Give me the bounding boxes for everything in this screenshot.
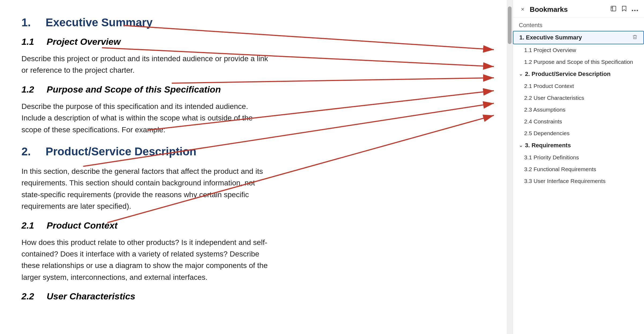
svg-rect-7 — [611, 6, 616, 11]
bookmark-item-3-3[interactable]: 3.3 User Interface Requirements — [513, 175, 644, 187]
heading-2-1-num: 2.1 — [21, 220, 40, 231]
heading-2-title: Product/Service Description — [46, 145, 197, 158]
section-2: 2. Product/Service Description In this s… — [21, 145, 494, 302]
heading-2-2-title: User Characteristics — [47, 291, 135, 302]
bookmark-item-2-1[interactable]: 2.1 Product Context — [513, 80, 644, 92]
heading-1-title: Executive Summary — [46, 16, 153, 29]
document-area: 1. Executive Summary 1.1 Project Overvie… — [0, 0, 513, 334]
bookmark-item-2-label: 2. Product/Service Description — [525, 71, 638, 78]
bookmarks-panel: × Bookmarks — [513, 0, 644, 334]
heading-2: 2. Product/Service Description — [21, 145, 494, 158]
bookmarks-list: 1. Executive Summary 1.1 Project Overvie… — [513, 31, 644, 334]
heading-1-1: 1.1 Project Overview — [21, 36, 494, 47]
bookmarks-contents-label: Contents — [513, 17, 644, 31]
section-1: 1. Executive Summary 1.1 Project Overvie… — [21, 16, 494, 135]
bookmark-item-3[interactable]: ⌄ 3. Requirements — [513, 139, 644, 152]
body-1-2: Describe the purpose of this specificati… — [21, 101, 273, 135]
bookmark-item-2-5-label: 2.5 Dependencies — [524, 130, 638, 137]
bookmark-item-3-2-label: 3.2 Functional Requirements — [524, 166, 638, 172]
bookmark-item-2-1-label: 2.1 Product Context — [524, 83, 638, 89]
heading-2-1: 2.1 Product Context — [21, 220, 494, 231]
bookmark-item-2-3[interactable]: 2.3 Assumptions — [513, 104, 644, 116]
bookmark-icon[interactable] — [621, 5, 627, 13]
bookmark-item-1-1-label: 1.1 Project Overview — [524, 47, 638, 53]
bookmark-item-3-2[interactable]: 3.2 Functional Requirements — [513, 163, 644, 175]
body-2-intro: In this section, describe the general fa… — [21, 166, 273, 212]
close-button[interactable]: × — [519, 5, 527, 14]
bookmarks-header: × Bookmarks — [513, 0, 644, 17]
bookmark-item-3-3-label: 3.3 User Interface Requirements — [524, 178, 638, 184]
bookmark-item-1-2-label: 1.2 Purpose and Scope of this Specificat… — [524, 59, 638, 65]
heading-2-num: 2. — [21, 145, 38, 158]
scrollbar-track[interactable] — [507, 0, 513, 334]
bookmark-item-1-label: 1. Executive Summary — [519, 34, 632, 41]
bookmark-item-2-4[interactable]: 2.4 Constraints — [513, 116, 644, 127]
heading-2-2: 2.2 User Characteristics — [21, 291, 494, 302]
heading-2-2-num: 2.2 — [21, 291, 40, 302]
chevron-down-icon-3: ⌄ — [519, 142, 523, 148]
heading-1-2: 1.2 Purpose and Scope of this Specificat… — [21, 84, 494, 95]
heading-1-2-title: Purpose and Scope of this Specification — [47, 84, 221, 95]
bookmark-item-2-5[interactable]: 2.5 Dependencies — [513, 127, 644, 139]
scrollbar-thumb[interactable] — [508, 6, 512, 44]
heading-1-1-num: 1.1 — [21, 36, 40, 47]
bookmark-page-icon[interactable] — [610, 5, 617, 13]
svg-point-12 — [637, 10, 638, 11]
svg-point-11 — [634, 10, 636, 11]
svg-point-10 — [632, 10, 633, 11]
heading-1-num: 1. — [21, 16, 38, 29]
heading-1-2-num: 1.2 — [21, 84, 40, 95]
bookmark-item-1[interactable]: 1. Executive Summary — [513, 31, 644, 44]
bookmark-item-3-1-label: 3.1 Priority Definitions — [524, 154, 638, 161]
bookmark-delete-icon-1[interactable] — [632, 34, 638, 41]
bookmark-item-2[interactable]: ⌄ 2. Product/Service Description — [513, 68, 644, 80]
bookmarks-title: Bookmarks — [530, 5, 607, 14]
bookmark-item-1-1[interactable]: 1.1 Project Overview — [513, 44, 644, 56]
body-1-1: Describe this project or product and its… — [21, 53, 273, 76]
bookmark-item-1-2[interactable]: 1.2 Purpose and Scope of this Specificat… — [513, 56, 644, 68]
more-options-icon[interactable] — [632, 6, 638, 13]
bookmark-item-3-1[interactable]: 3.1 Priority Definitions — [513, 152, 644, 163]
bookmark-item-2-2[interactable]: 2.2 User Characteristics — [513, 92, 644, 104]
bookmark-item-2-4-label: 2.4 Constraints — [524, 118, 638, 125]
heading-1: 1. Executive Summary — [21, 16, 494, 29]
heading-1-1-title: Project Overview — [47, 36, 121, 47]
chevron-down-icon-2: ⌄ — [519, 71, 523, 77]
body-2-1: How does this product relate to other pr… — [21, 237, 273, 283]
header-icons — [610, 5, 638, 13]
heading-2-1-title: Product Context — [47, 220, 117, 231]
bookmark-item-3-label: 3. Requirements — [525, 142, 638, 149]
bookmark-item-2-2-label: 2.2 User Characteristics — [524, 95, 638, 101]
bookmark-item-2-3-label: 2.3 Assumptions — [524, 107, 638, 113]
